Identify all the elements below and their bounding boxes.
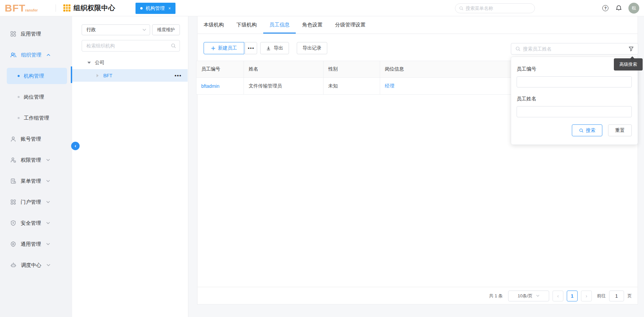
sidebar-item-permission-management[interactable]: 权限管理 — [0, 150, 72, 171]
employee-name-label: 员工姓名 — [517, 96, 632, 102]
page-size-select[interactable]: 10条/页 — [508, 291, 549, 301]
sidebar-item-dispatch-center[interactable]: 调度中心 — [0, 255, 72, 276]
employee-id-field[interactable] — [517, 76, 632, 87]
new-employee-button[interactable]: 新建员工 — [204, 42, 244, 54]
prev-page-button[interactable]: ‹ — [553, 291, 563, 301]
robot-icon — [10, 262, 17, 268]
sidebar-item-app-management[interactable]: 应用管理 — [0, 23, 72, 44]
user-permission-icon — [10, 157, 16, 163]
header-divider — [56, 4, 56, 12]
reset-button[interactable]: 重置 — [608, 124, 632, 136]
page-title: 组织权限中心 — [74, 3, 115, 13]
sidebar-collapse-toggle[interactable]: ‹ — [71, 142, 80, 150]
employee-name-field[interactable] — [517, 106, 632, 117]
logo-subtext: ransfer — [25, 8, 38, 12]
sidebar-item-account-management[interactable]: 账号管理 — [0, 128, 72, 150]
goto-label: 前往 — [597, 293, 606, 299]
tree-node-bft[interactable]: BFT ●●● — [72, 69, 188, 82]
document-icon — [10, 178, 16, 184]
bullet-dot-icon — [18, 75, 20, 77]
advanced-search-button[interactable]: 搜索 — [572, 124, 602, 136]
chevron-down-icon — [46, 159, 50, 161]
detail-tab-bar: 本级机构 下级机构 员工信息 角色设置 分级管理设置 — [198, 16, 638, 34]
bullet-dot-icon — [18, 117, 20, 119]
app-header: BFT ransfer 组织权限中心 机构管理 × ? 租 — [0, 0, 644, 16]
sidebar-nav: 应用管理 组织管理 机构管理 岗位管理 工作组 — [0, 16, 72, 317]
gear-icon — [10, 241, 16, 247]
filter-funnel-icon[interactable] — [628, 46, 634, 52]
search-icon — [515, 46, 521, 52]
export-records-button[interactable]: 导出记录 — [297, 42, 327, 54]
tree-node-company[interactable]: 公司 — [72, 57, 188, 68]
col-header-name[interactable]: 姓名 — [244, 61, 324, 78]
next-page-button[interactable]: › — [581, 291, 592, 301]
caret-right-icon[interactable] — [97, 74, 99, 77]
employee-gender-cell: 未知 — [328, 83, 338, 88]
search-icon — [459, 6, 464, 11]
pagination-bar: 共 1 条 10条/页 ‹ 1 › 前往 页 — [198, 287, 638, 304]
sidebar-item-common-management[interactable]: 通用管理 — [0, 234, 72, 255]
tab-employee-info[interactable]: 员工信息 — [269, 16, 290, 34]
chevron-down-icon — [46, 201, 50, 203]
plus-icon — [211, 46, 215, 51]
caret-down-icon[interactable] — [87, 62, 91, 64]
tab-sub-org[interactable]: 下级机构 — [236, 16, 257, 34]
chevron-down-icon — [46, 264, 50, 266]
bft-logo: BFT ransfer — [5, 2, 51, 14]
chevron-down-icon — [142, 28, 146, 31]
dimension-select[interactable]: 行政 — [82, 24, 150, 35]
more-actions-button[interactable]: ●●● — [245, 42, 257, 54]
advanced-search-tooltip: 高级搜索 — [614, 58, 643, 71]
employee-name-cell: 文件传输管理员 — [249, 83, 282, 88]
node-more-icon[interactable]: ●●● — [174, 74, 182, 77]
tab-hierarchy-settings[interactable]: 分级管理设置 — [335, 16, 366, 34]
employee-id-link[interactable]: bftadmin — [201, 83, 220, 89]
org-tree-panel: 行政 维度维护 公司 BFT ●●● — [72, 16, 188, 317]
logo-text: BFT — [5, 2, 25, 14]
chevron-down-icon — [536, 295, 540, 297]
employee-position-link[interactable]: 经理 — [385, 83, 394, 88]
open-tab-label: 机构管理 — [146, 5, 165, 12]
shield-plus-icon — [10, 220, 16, 226]
avatar[interactable]: 租 — [628, 3, 639, 14]
tab-role-settings[interactable]: 角色设置 — [302, 16, 323, 34]
bullet-dot-icon — [18, 96, 20, 98]
chevron-down-icon — [46, 180, 50, 182]
notification-bell-icon[interactable] — [616, 5, 622, 12]
sidebar-item-security-management[interactable]: 安全管理 — [0, 213, 72, 234]
sidebar-item-workgroup-management[interactable]: 工作组管理 — [0, 107, 72, 128]
chevron-down-icon — [46, 222, 50, 224]
sidebar-item-menu-management[interactable]: 菜单管理 — [0, 171, 72, 192]
sidebar-item-institution-management[interactable]: 机构管理 — [0, 65, 72, 86]
chevron-up-icon — [46, 54, 50, 56]
menu-search-box[interactable] — [455, 3, 535, 13]
search-icon — [171, 43, 176, 48]
employee-search-box[interactable] — [511, 43, 638, 55]
employee-search-input[interactable] — [523, 46, 626, 52]
close-icon[interactable]: × — [168, 6, 171, 11]
download-icon — [266, 46, 271, 51]
search-icon — [579, 128, 584, 133]
dimension-maintain-button[interactable]: 维度维护 — [152, 24, 180, 35]
help-icon[interactable]: ? — [602, 5, 608, 11]
org-search-box[interactable] — [82, 40, 180, 52]
sidebar-item-org-management[interactable]: 组织管理 — [0, 44, 72, 65]
col-header-employee-id[interactable]: 员工编号 — [196, 61, 244, 78]
col-header-gender[interactable]: 性别 — [324, 61, 380, 78]
chevron-down-icon — [46, 243, 50, 245]
total-count-label: 共 1 条 — [489, 293, 503, 299]
sidebar-item-post-management[interactable]: 岗位管理 — [0, 86, 72, 107]
page-number-button[interactable]: 1 — [567, 291, 578, 301]
sidebar-item-portal-management[interactable]: 门户管理 — [0, 192, 72, 213]
menu-search-input[interactable] — [466, 6, 531, 11]
goto-page-input[interactable] — [609, 291, 624, 301]
tab-current-org[interactable]: 本级机构 — [204, 16, 224, 34]
active-dot-icon — [140, 7, 143, 9]
open-tab-chip[interactable]: 机构管理 × — [136, 3, 175, 14]
page-unit-label: 页 — [627, 293, 632, 299]
app-grid-icon — [63, 4, 70, 12]
export-button[interactable]: 导出 — [260, 42, 289, 54]
user-icon — [10, 136, 16, 142]
org-search-input[interactable] — [86, 43, 171, 48]
people-icon — [10, 52, 17, 58]
